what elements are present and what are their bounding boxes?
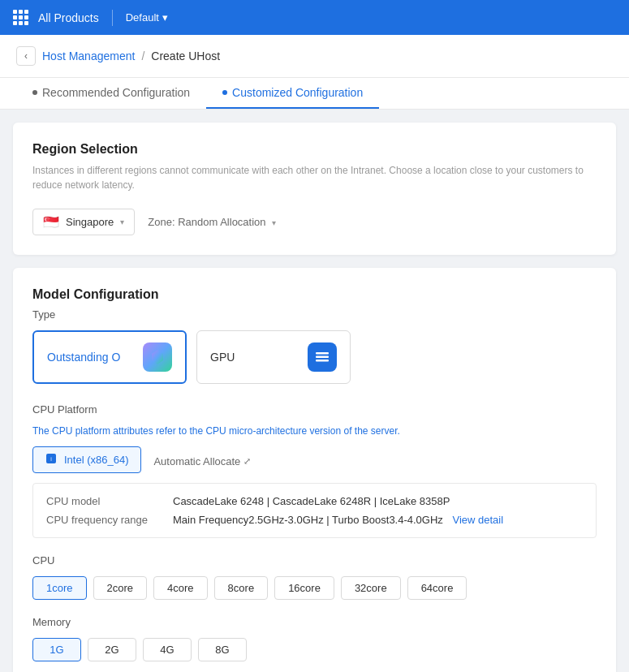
cpu-label: CPU [32,554,597,566]
cpu-info-table: CPU model CascadeLake 6248 | CascadeLake… [32,483,597,538]
memory-4g[interactable]: 4G [143,638,192,661]
view-detail-link[interactable]: View detail [452,514,503,526]
grid-icon [13,10,28,25]
cpu-model-row: CPU model CascadeLake 6248 | CascadeLake… [46,495,583,507]
region-subtitle: Instances in different regions cannot co… [32,163,597,192]
svg-rect-1 [316,356,329,359]
cpu-64core[interactable]: 64core [407,576,467,600]
cpu-16core[interactable]: 16core [274,576,334,600]
memory-selector-row: 1G 2G 4G 8G [32,638,597,661]
breadcrumb-separator: / [141,50,144,62]
chevron-down-icon: ▾ [272,218,276,227]
tab-dot-active [222,90,227,95]
memory-label: Memory [32,616,597,628]
cpu-4core[interactable]: 4core [153,576,208,600]
cpu-platform-controls: i Intel (x86_64) Automatic Allocate ⤢ [32,446,597,473]
tab-recommended[interactable]: Recommended Configuration [16,78,206,109]
nav-divider [112,10,113,26]
model-title: Model Configuration [32,287,597,302]
chevron-down-icon: ▾ [120,218,124,226]
type-outstanding[interactable]: Outstanding O [32,330,187,384]
cpu-2core[interactable]: 2core [93,576,148,600]
intel-icon: i [45,452,58,467]
region-selector[interactable]: 🇸🇬 Singapore ▾ [32,209,135,235]
flag-icon: 🇸🇬 [43,214,59,230]
tab-dot [32,90,37,95]
tab-customized[interactable]: Customized Configuration [206,78,379,109]
svg-rect-2 [316,360,329,362]
breadcrumb-current: Create UHost [151,50,220,62]
type-label: Type [32,308,597,321]
zone-label-text: Zone: Random Allocation ▾ [148,216,276,228]
breadcrumb-link[interactable]: Host Management [42,50,135,62]
memory-1g[interactable]: 1G [32,638,81,661]
top-nav: All Products Default ▾ [0,0,629,35]
region-row: 🇸🇬 Singapore ▾ Zone: Random Allocation ▾ [32,209,597,235]
gpu-icon [308,342,337,372]
type-cards: Outstanding O GPU [32,330,597,384]
back-button[interactable]: ‹ [16,46,36,66]
cpu-frequency-row: CPU frequency range Main Frequency2.5GHz… [46,514,583,526]
auto-allocate-label[interactable]: Automatic Allocate ⤢ [153,455,251,467]
memory-2g[interactable]: 2G [88,638,136,661]
cpu-platform-section: CPU Platform The CPU platform attributes… [32,403,597,538]
model-card: Model Configuration Type Outstanding O [13,268,616,672]
outstanding-icon [143,342,172,372]
main-content: Region Selection Instances in different … [0,110,629,672]
all-products-label[interactable]: All Products [38,11,99,24]
cpu-platform-description: The CPU platform attributes refer to the… [32,425,597,437]
default-selector[interactable]: Default ▾ [126,11,168,24]
memory-selector-section: Memory 1G 2G 4G 8G [32,616,597,661]
cpu-selector-section: CPU 1core 2core 4core 8core 16core 32cor… [32,554,597,600]
breadcrumb: ‹ Host Management / Create UHost [0,35,629,78]
memory-8g[interactable]: 8G [198,638,247,661]
svg-rect-0 [316,352,329,355]
region-title: Region Selection [32,142,597,157]
region-name: Singapore [66,216,114,228]
cpu-8core[interactable]: 8core [214,576,269,600]
external-link-icon: ⤢ [243,456,251,467]
zone-value: Random Allocation [178,216,265,228]
cpu-platform-label: CPU Platform [32,403,597,416]
chevron-down-icon: ▾ [162,11,168,24]
intel-cpu-button[interactable]: i Intel (x86_64) [32,446,141,473]
tabs-bar: Recommended Configuration Customized Con… [0,78,629,110]
cpu-32core[interactable]: 32core [341,576,401,600]
cpu-1core[interactable]: 1core [32,576,87,600]
cpu-selector-row: 1core 2core 4core 8core 16core 32core 64… [32,576,597,600]
region-card: Region Selection Instances in different … [13,123,616,255]
type-gpu[interactable]: GPU [196,330,351,384]
